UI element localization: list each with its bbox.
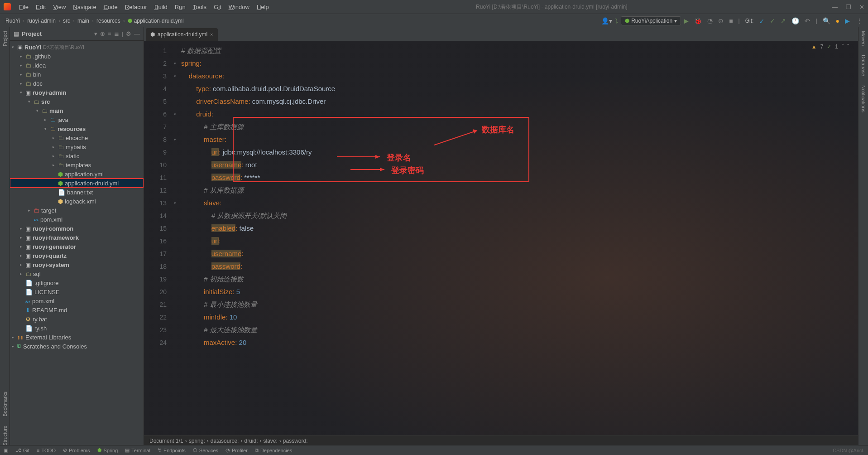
tree-folder[interactable]: ▸🗀ehcache: [10, 133, 144, 142]
tree-folder[interactable]: ▸🗀sql: [10, 269, 144, 278]
menu-window[interactable]: Window: [226, 3, 252, 11]
status-dependencies[interactable]: ⧉ Dependencies: [255, 447, 292, 453]
tree-file[interactable]: 📄banner.txt: [10, 188, 144, 197]
add-config-icon[interactable]: 👤▾: [601, 17, 612, 24]
code-content[interactable]: # 数据源配置 spring: datasource: type: com.al…: [178, 41, 858, 435]
menu-run[interactable]: Run: [172, 3, 188, 11]
hide-icon[interactable]: —: [134, 30, 140, 37]
tree-folder[interactable]: ▾🗀src: [10, 97, 144, 106]
crumb-file[interactable]: ⬢application-druid.yml: [128, 18, 184, 24]
tree-file[interactable]: ⚙ry.bat: [10, 315, 144, 324]
crumb-root[interactable]: RuoYi: [5, 18, 20, 24]
more-icon[interactable]: ⋮: [856, 17, 863, 24]
tree-folder[interactable]: ▸🗀.idea: [10, 61, 144, 70]
status-terminal[interactable]: ▤ Terminal: [125, 447, 150, 453]
tree-folder[interactable]: ▸🗀java: [10, 115, 144, 124]
tree-file[interactable]: ⬇README.md: [10, 305, 144, 315]
menu-refactor[interactable]: Refactor: [122, 3, 150, 11]
tree-file[interactable]: 𝓂pom.xml: [10, 296, 144, 305]
crumb-resources[interactable]: resources: [96, 18, 120, 24]
project-tree[interactable]: ▾▣RuoYiD:\若依项目\RuoYi ▸🗀.github ▸🗀.idea ▸…: [10, 41, 144, 446]
editor-breadcrumb[interactable]: Document 1/1› spring:› datasource:› drui…: [144, 435, 858, 446]
coverage-icon[interactable]: ◔: [707, 17, 713, 24]
status-profiler[interactable]: ◔ Profiler: [225, 447, 248, 453]
close-tab-icon[interactable]: ×: [210, 32, 213, 37]
editor-body[interactable]: 1234 5678 9101112 13141516 17181920 2122…: [144, 41, 858, 435]
ide-settings-icon[interactable]: ●: [836, 17, 839, 24]
sidebar-title[interactable]: Project: [22, 30, 91, 37]
crumb-src[interactable]: src: [63, 18, 70, 24]
tool-structure[interactable]: Structure: [2, 426, 8, 446]
tree-module[interactable]: ▾▣ruoyi-admin: [10, 88, 144, 97]
chevron-up-icon[interactable]: ˆ: [842, 44, 844, 50]
minimize-icon[interactable]: —: [832, 4, 838, 10]
tree-folder[interactable]: ▸🗀bin: [10, 70, 144, 79]
maximize-icon[interactable]: ❐: [846, 4, 851, 10]
tree-root[interactable]: ▾▣RuoYiD:\若依项目\RuoYi: [10, 43, 144, 52]
debug-icon[interactable]: 🐞: [694, 17, 702, 24]
status-todo[interactable]: ≡ TODO: [37, 448, 56, 453]
code-with-me-icon[interactable]: ▶: [845, 17, 850, 24]
expand-icon[interactable]: ≡: [108, 30, 111, 37]
tree-module[interactable]: ▸▣ruoyi-common: [10, 224, 144, 233]
tree-module[interactable]: ▸▣ruoyi-system: [10, 260, 144, 269]
tree-folder[interactable]: ▾🗀main: [10, 106, 144, 115]
build-icon[interactable]: ⤵: [615, 17, 618, 24]
tree-file[interactable]: 📄.gitignore: [10, 278, 144, 287]
tree-folder[interactable]: ▸🗀mybatis: [10, 142, 144, 151]
tree-folder[interactable]: ▸🗀templates: [10, 160, 144, 169]
tree-file[interactable]: 📄LICENSE: [10, 287, 144, 296]
locate-icon[interactable]: ⊕: [100, 30, 105, 37]
tool-maven[interactable]: Maven: [861, 31, 866, 46]
tool-database[interactable]: Database: [861, 55, 866, 76]
menu-navigate[interactable]: Navigate: [70, 3, 99, 11]
git-rollback-icon[interactable]: ↶: [805, 17, 810, 24]
tool-project[interactable]: Project: [2, 31, 8, 46]
tree-scratches[interactable]: ▸⧉Scratches and Consoles: [10, 342, 144, 351]
status-services[interactable]: ⬡ Services: [193, 447, 218, 453]
tree-folder[interactable]: ▸🗀target: [10, 206, 144, 215]
status-spring[interactable]: ⬢ Spring: [97, 447, 118, 453]
tree-file[interactable]: 𝓂pom.xml: [10, 215, 144, 224]
search-icon[interactable]: 🔍: [823, 17, 830, 24]
stop-icon[interactable]: ■: [729, 17, 733, 24]
tree-folder[interactable]: ▸🗀static: [10, 151, 144, 160]
git-history-icon[interactable]: 🕘: [791, 17, 799, 24]
menu-build[interactable]: Build: [152, 3, 170, 11]
tree-module[interactable]: ▸▣ruoyi-quartz: [10, 251, 144, 260]
git-push-icon[interactable]: ↗: [781, 17, 786, 24]
gear-icon[interactable]: ⚙: [126, 30, 131, 37]
tree-file-selected[interactable]: ⬢application-druid.yml: [10, 179, 144, 188]
status-square-icon[interactable]: ▣: [4, 447, 8, 453]
status-problems[interactable]: ⊘ Problems: [63, 447, 90, 453]
crumb-module[interactable]: ruoyi-admin: [27, 18, 56, 24]
menu-git[interactable]: Git: [211, 3, 224, 11]
close-window-icon[interactable]: ✕: [859, 4, 864, 10]
run-icon[interactable]: ▶: [684, 17, 689, 24]
profile-icon[interactable]: ⊙: [718, 17, 724, 24]
menu-tools[interactable]: Tools: [190, 3, 209, 11]
menu-view[interactable]: View: [50, 3, 68, 11]
tree-file[interactable]: ⬢logback.xml: [10, 197, 144, 206]
collapse-icon[interactable]: ≣: [114, 30, 119, 37]
menu-edit[interactable]: Edit: [33, 3, 48, 11]
tree-folder[interactable]: ▸🗀.github: [10, 52, 144, 61]
run-configuration[interactable]: ⬢ RuoYiApplication ▾: [621, 16, 681, 25]
menu-file[interactable]: File: [16, 3, 31, 11]
tree-folder[interactable]: ▸🗀doc: [10, 79, 144, 88]
tool-bookmarks[interactable]: Bookmarks: [2, 392, 8, 416]
fold-column[interactable]: ▾▾ ▾▾ ▾: [171, 41, 178, 435]
tool-notifications[interactable]: Notifications: [861, 85, 866, 112]
menu-code[interactable]: Code: [101, 3, 120, 11]
chevron-down-icon[interactable]: ▾: [94, 30, 97, 37]
tree-folder[interactable]: ▾🗀resources: [10, 124, 144, 133]
tree-file[interactable]: 📄ry.sh: [10, 324, 144, 333]
inspection-widget[interactable]: ▲7 ✓1 ˆ ˇ: [811, 44, 849, 50]
tree-module[interactable]: ▸▣ruoyi-generator: [10, 242, 144, 251]
editor-tab[interactable]: ⬢ application-druid.yml ×: [146, 28, 218, 41]
menu-help[interactable]: Help: [254, 3, 272, 11]
git-commit-icon[interactable]: ✓: [770, 17, 775, 24]
git-update-icon[interactable]: ↙: [759, 17, 764, 24]
status-endpoints[interactable]: ↯ Endpoints: [158, 447, 186, 453]
tree-module[interactable]: ▸▣ruoyi-framework: [10, 233, 144, 242]
